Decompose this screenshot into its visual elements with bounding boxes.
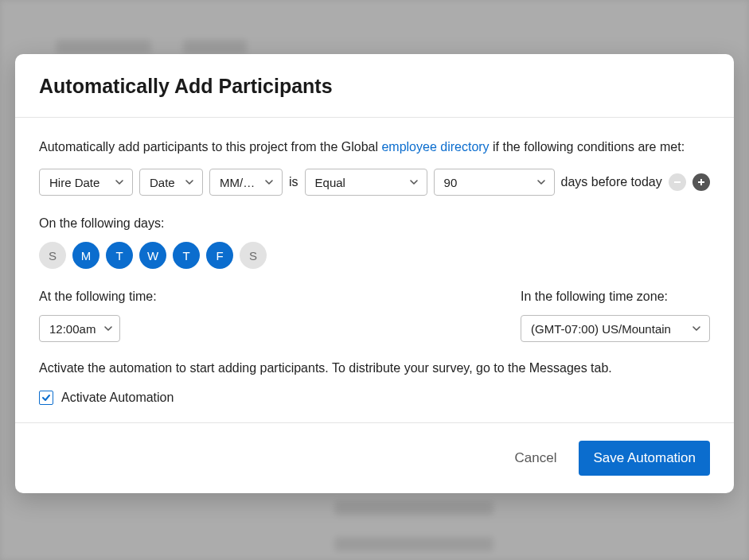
day-sunday[interactable]: S <box>39 242 66 269</box>
condition-format-select[interactable]: MM/… <box>209 169 283 196</box>
activate-description: Activate the automation to start adding … <box>39 360 710 377</box>
timezone-select[interactable]: (GMT-07:00) US/Mountain <box>521 315 710 342</box>
chevron-down-icon <box>692 324 701 333</box>
time-select[interactable]: 12:00am <box>39 315 120 342</box>
activate-checkbox-label: Activate Automation <box>61 391 174 405</box>
condition-format-value: MM/… <box>220 176 255 189</box>
chevron-down-icon <box>536 177 546 187</box>
day-label: T <box>182 249 189 262</box>
chevron-down-icon <box>185 177 194 187</box>
modal-header: Automatically Add Participants <box>15 54 734 118</box>
day-label: W <box>147 249 158 262</box>
day-tuesday[interactable]: T <box>106 242 133 269</box>
chevron-down-icon <box>409 177 419 187</box>
modal-dialog: Automatically Add Participants Automatic… <box>15 54 734 493</box>
add-condition-button[interactable] <box>692 173 710 191</box>
day-label: S <box>49 249 57 262</box>
svg-rect-0 <box>674 181 681 183</box>
condition-row: Hire Date Date MM/… is Equal 90 <box>39 169 710 196</box>
remove-condition-button[interactable] <box>669 173 686 191</box>
timezone-value: (GMT-07:00) US/Mountain <box>531 322 671 336</box>
condition-value: 90 <box>444 176 458 189</box>
day-wednesday[interactable]: W <box>139 242 166 269</box>
timezone-column: In the following time zone: (GMT-07:00) … <box>521 290 710 342</box>
chevron-down-icon <box>115 177 124 187</box>
intro-prefix: Automatically add participants to this p… <box>39 140 381 154</box>
day-friday[interactable]: F <box>206 242 233 269</box>
day-label: M <box>81 249 92 262</box>
checkmark-icon <box>41 392 52 403</box>
plus-icon <box>696 177 706 187</box>
condition-field-select[interactable]: Hire Date <box>39 169 133 196</box>
condition-type-value: Date <box>150 176 175 189</box>
condition-operator-select[interactable]: Equal <box>305 169 427 196</box>
condition-value-select[interactable]: 90 <box>434 169 555 196</box>
condition-is-text: is <box>289 175 298 189</box>
condition-type-select[interactable]: Date <box>139 169 203 196</box>
cancel-button[interactable]: Cancel <box>515 450 557 466</box>
intro-text: Automatically add participants to this p… <box>39 138 710 156</box>
save-automation-button[interactable]: Save Automation <box>579 441 710 476</box>
modal-body: Automatically add participants to this p… <box>15 118 734 422</box>
time-section-label: At the following time: <box>39 290 157 304</box>
condition-field-value: Hire Date <box>49 176 99 189</box>
time-column: At the following time: 12:00am <box>39 290 157 342</box>
svg-rect-2 <box>698 181 704 183</box>
day-label: T <box>115 249 123 262</box>
activate-automation-checkbox[interactable] <box>39 391 53 405</box>
chevron-down-icon <box>264 177 274 187</box>
days-row: S M T W T F S <box>39 242 710 269</box>
modal-footer: Cancel Save Automation <box>15 422 734 493</box>
modal-title: Automatically Add Participants <box>39 75 710 98</box>
condition-operator-value: Equal <box>315 176 345 189</box>
minus-icon <box>673 177 682 187</box>
day-saturday[interactable]: S <box>240 242 267 269</box>
condition-suffix-text: days before today <box>561 175 662 189</box>
intro-suffix: if the following conditions are met: <box>490 140 685 154</box>
day-thursday[interactable]: T <box>173 242 200 269</box>
timezone-section-label: In the following time zone: <box>521 290 710 304</box>
day-monday[interactable]: M <box>72 242 99 269</box>
activate-checkbox-row: Activate Automation <box>39 391 710 405</box>
time-value: 12:00am <box>49 322 96 336</box>
employee-directory-link[interactable]: employee directory <box>381 140 489 154</box>
chevron-down-icon <box>103 324 113 333</box>
modal-overlay: Automatically Add Participants Automatic… <box>0 0 749 560</box>
days-section-label: On the following days: <box>39 216 710 231</box>
day-label: S <box>249 249 257 262</box>
time-timezone-row: At the following time: 12:00am In the fo… <box>39 290 710 342</box>
day-label: F <box>216 249 223 262</box>
